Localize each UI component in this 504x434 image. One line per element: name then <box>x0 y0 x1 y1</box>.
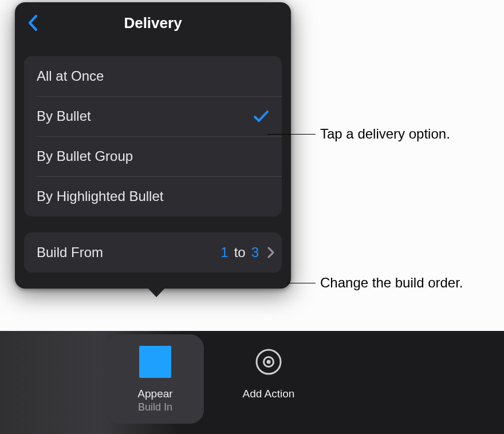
option-by-bullet-group[interactable]: By Bullet Group <box>24 136 282 176</box>
add-action-icon <box>253 346 285 378</box>
effects-list: Appear Build In Add Action <box>107 334 317 424</box>
delivery-popover: Delivery All at Once By Bullet By Bullet… <box>15 2 291 289</box>
chevron-right-icon <box>267 246 275 259</box>
svg-point-2 <box>267 360 271 364</box>
callout-line <box>267 134 316 135</box>
option-by-bullet[interactable]: By Bullet <box>24 96 282 136</box>
callout-build-order: Change the build order. <box>320 274 463 292</box>
build-from-end: 3 <box>251 244 259 261</box>
option-label: All at Once <box>37 68 104 84</box>
effect-appear-title: Appear <box>137 387 172 401</box>
option-all-at-once[interactable]: All at Once <box>24 56 282 96</box>
option-by-highlighted-bullet[interactable]: By Highlighted Bullet <box>24 176 282 216</box>
callout-delivery-option: Tap a delivery option. <box>320 125 450 143</box>
popover-header: Delivery <box>15 2 291 44</box>
build-from-mid: to <box>234 244 246 261</box>
effect-add-action[interactable]: Add Action <box>220 334 317 424</box>
option-label: By Bullet Group <box>37 148 133 164</box>
back-button[interactable] <box>22 11 45 34</box>
callout-line <box>287 283 316 283</box>
effect-add-action-title: Add Action <box>243 387 295 401</box>
option-label: By Bullet <box>37 108 91 124</box>
effects-bar: Appear Build In Add Action <box>0 331 504 434</box>
build-from-start: 1 <box>220 244 228 261</box>
build-from-label: Build From <box>37 244 103 261</box>
chevron-left-icon <box>27 14 39 31</box>
option-label: By Highlighted Bullet <box>37 188 163 204</box>
appear-swatch-icon <box>139 346 171 378</box>
effect-appear[interactable]: Appear Build In <box>107 334 204 424</box>
delivery-options-group: All at Once By Bullet By Bullet Group By… <box>24 56 282 216</box>
checkmark-icon <box>253 109 269 123</box>
popover-title: Delivery <box>124 14 182 32</box>
build-from-values: 1 to 3 <box>220 244 275 261</box>
build-from-group: Build From 1 to 3 <box>24 232 282 273</box>
effect-appear-subtitle: Build In <box>138 401 172 413</box>
build-from-row[interactable]: Build From 1 to 3 <box>24 232 282 273</box>
